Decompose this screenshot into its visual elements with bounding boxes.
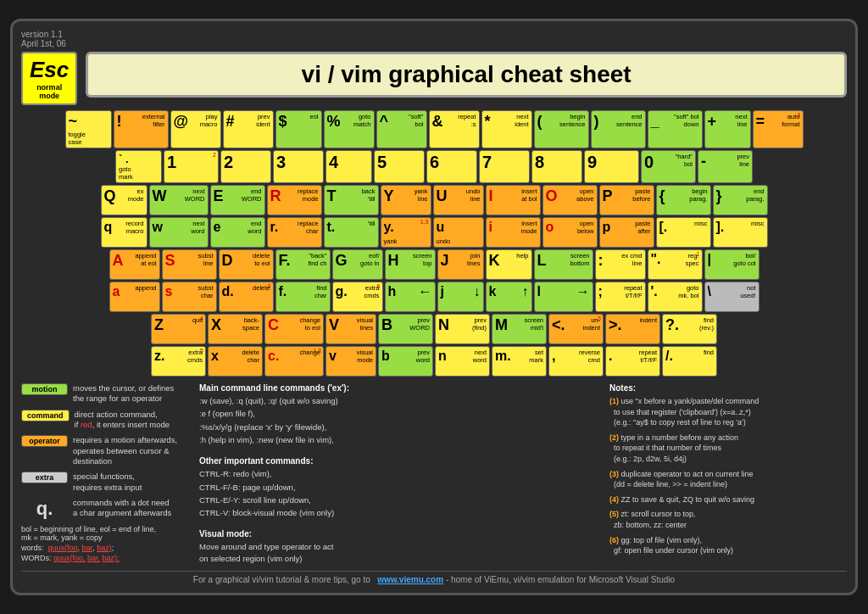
key-C[interactable]: C changeto eol bbox=[264, 314, 324, 344]
key-dquote[interactable]: 1 ". reg.spec bbox=[648, 249, 703, 280]
key-b[interactable]: b prevword bbox=[378, 346, 433, 377]
key-k[interactable]: k ↑ bbox=[486, 282, 532, 312]
key-equals[interactable]: 3 = autoformat bbox=[753, 110, 804, 148]
row-z-top: 4 Z quit X back-space C bbox=[21, 314, 847, 344]
key-L[interactable]: L screenbottom bbox=[534, 249, 593, 280]
key-z[interactable]: 5 z. extracmds bbox=[151, 346, 206, 377]
key-apos[interactable]: '. gotomk. bol bbox=[648, 282, 703, 312]
key-dollar[interactable]: $ eol bbox=[275, 110, 322, 148]
key-amp[interactable]: & repeat:s bbox=[429, 110, 480, 148]
key-period[interactable]: . repeatt/T/f/F bbox=[605, 346, 660, 377]
key-rparen[interactable]: ) endsentence bbox=[591, 110, 646, 148]
key-pipe[interactable]: | bol/goto col bbox=[704, 249, 760, 280]
key-l[interactable]: l → bbox=[534, 282, 593, 312]
key-0[interactable]: 0 "hard"bol bbox=[641, 150, 696, 183]
key-U[interactable]: U undoline bbox=[433, 185, 484, 215]
key-P[interactable]: P pastebefore bbox=[599, 185, 654, 215]
key-2[interactable]: 2 bbox=[220, 150, 271, 183]
key-1[interactable]: 2 1 bbox=[164, 150, 219, 183]
key-lbrace[interactable]: { beginparag. bbox=[656, 185, 711, 215]
key-o[interactable]: o openbelow bbox=[542, 217, 598, 248]
key-D[interactable]: D deleteto eol bbox=[219, 249, 274, 280]
key-lbracket[interactable]: [. misc bbox=[656, 217, 711, 248]
key-gt[interactable]: >. indent bbox=[605, 314, 660, 344]
key-F[interactable]: F. "back"find ch bbox=[275, 249, 331, 280]
key-hash[interactable]: # prevident bbox=[223, 110, 274, 148]
key-R[interactable]: R replacemode bbox=[267, 185, 322, 215]
key-lt[interactable]: -3 <. un-indent bbox=[548, 314, 604, 344]
key-T[interactable]: T back'till bbox=[324, 185, 379, 215]
key-W[interactable]: W nextWORD bbox=[149, 185, 209, 215]
key-f[interactable]: f. findchar bbox=[275, 282, 331, 312]
key-J[interactable]: J joinlines bbox=[437, 249, 484, 280]
key-a[interactable]: a append bbox=[109, 282, 160, 312]
key-Q[interactable]: Q exmode bbox=[101, 185, 147, 215]
key-H[interactable]: H screentop bbox=[385, 249, 436, 280]
key-B[interactable]: B prevWORD bbox=[378, 314, 433, 344]
key-Y[interactable]: Y yankline bbox=[381, 185, 431, 215]
command-badge: command bbox=[21, 410, 70, 421]
key-7[interactable]: 7 bbox=[479, 150, 530, 183]
key-6[interactable]: 6 bbox=[426, 150, 477, 183]
key-colon[interactable]: : ex cmdline bbox=[595, 249, 646, 280]
key-star[interactable]: * nextident bbox=[481, 110, 532, 148]
key-c[interactable]: 1,3 c. change bbox=[264, 346, 324, 377]
key-underscore[interactable]: _ "soft" boldown bbox=[648, 110, 703, 148]
key-d[interactable]: 3 d. delete bbox=[219, 282, 274, 312]
key-lparen[interactable]: ( beginsentence bbox=[534, 110, 589, 148]
key-plus[interactable]: + nextline bbox=[704, 110, 751, 148]
key-t[interactable]: t. 'till bbox=[324, 217, 379, 248]
key-e[interactable]: e endword bbox=[210, 217, 265, 248]
key-V[interactable]: V visuallines bbox=[326, 314, 376, 344]
footer-url[interactable]: www.viemu.com bbox=[377, 575, 443, 584]
key-backslash[interactable]: \ notused! bbox=[704, 282, 760, 312]
key-u[interactable]: u undo bbox=[433, 217, 484, 248]
key-x[interactable]: x deletechar bbox=[208, 346, 263, 377]
key-m[interactable]: m. setmark bbox=[492, 346, 547, 377]
key-A[interactable]: A appendat eol bbox=[109, 249, 160, 280]
words-line: words: quux(foo, bar, baz); bbox=[21, 544, 191, 552]
key-S[interactable]: S substline bbox=[162, 249, 217, 280]
key-slash[interactable]: /. find bbox=[662, 346, 717, 377]
key-K[interactable]: K help bbox=[486, 249, 532, 280]
key-q[interactable]: q recordmacro bbox=[101, 217, 147, 248]
key-g[interactable]: 6 g. extracmds bbox=[332, 282, 383, 312]
key-5[interactable]: 5 bbox=[374, 150, 425, 183]
key-N[interactable]: N prev(find) bbox=[435, 314, 490, 344]
key-caret[interactable]: ^ "soft"bol bbox=[376, 110, 427, 148]
dot-desc: commands with a dot needa char argument … bbox=[73, 498, 171, 519]
key-w[interactable]: w nextword bbox=[149, 217, 209, 248]
key-p[interactable]: p pasteafter bbox=[599, 217, 654, 248]
key-exclaim[interactable]: ! externalfilter bbox=[114, 110, 169, 148]
key-E[interactable]: E endWORD bbox=[210, 185, 265, 215]
key-8[interactable]: 8 bbox=[531, 150, 582, 183]
key-at[interactable]: @ playmacro bbox=[170, 110, 221, 148]
key-h[interactable]: h ← bbox=[385, 282, 436, 312]
key-percent[interactable]: % gotomatch bbox=[324, 110, 375, 148]
footer-suffix: - home of ViEmu, vi/vim emulation for Mi… bbox=[446, 575, 675, 584]
key-semicolon[interactable]: ; repeatt/T/f/F bbox=[595, 282, 646, 312]
key-i[interactable]: i insertmode bbox=[486, 217, 541, 248]
key-s[interactable]: s substchar bbox=[162, 282, 217, 312]
key-X[interactable]: X back-space bbox=[208, 314, 263, 344]
key-question[interactable]: ?. find(rev.) bbox=[662, 314, 717, 344]
key-y[interactable]: 1,3 y. yank bbox=[381, 217, 431, 248]
key-r[interactable]: r. replacechar bbox=[267, 217, 322, 248]
key-j[interactable]: j ↓ bbox=[437, 282, 484, 312]
key-9[interactable]: 9 bbox=[584, 150, 639, 183]
key-backtick[interactable]: ` . gotomark bbox=[115, 150, 162, 183]
key-I[interactable]: I insertat bol bbox=[486, 185, 541, 215]
key-rbrace[interactable]: } endparag. bbox=[713, 185, 768, 215]
key-n[interactable]: n nextword bbox=[435, 346, 490, 377]
key-3[interactable]: 3 bbox=[273, 150, 324, 183]
key-v[interactable]: v visualmode bbox=[326, 346, 376, 377]
key-tilde[interactable]: ~ togglecase bbox=[65, 110, 112, 148]
key-G[interactable]: G eof/goto ln bbox=[332, 249, 383, 280]
key-minus[interactable]: - prevline bbox=[698, 150, 753, 183]
key-rbracket[interactable]: ]. misc bbox=[713, 217, 768, 248]
key-4[interactable]: 4 bbox=[326, 150, 372, 183]
key-Z[interactable]: 4 Z quit bbox=[151, 314, 206, 344]
key-O[interactable]: O openabove bbox=[542, 185, 598, 215]
key-M[interactable]: M screenmid'l bbox=[492, 314, 547, 344]
key-comma[interactable]: , reversecmd bbox=[548, 346, 604, 377]
